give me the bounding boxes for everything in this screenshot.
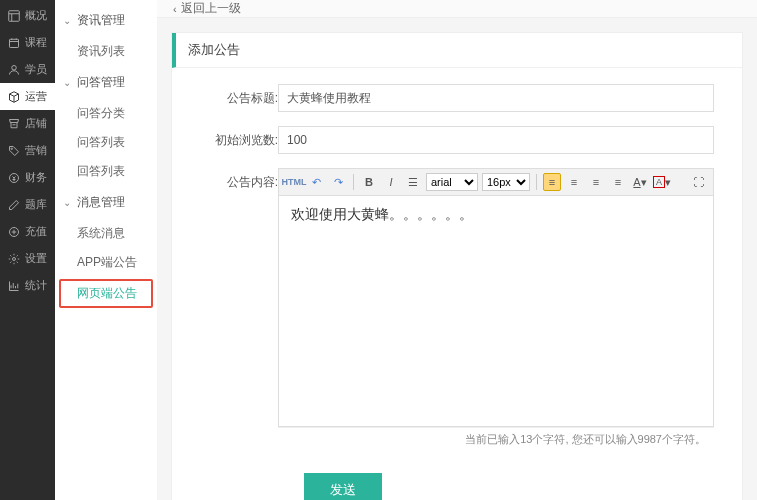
cube-icon bbox=[7, 90, 20, 103]
editor-toolbar: HTML ↶ ↷ B I ☰ arial bbox=[279, 169, 713, 196]
topbar: ‹ 返回上一级 bbox=[157, 0, 757, 18]
chart-icon bbox=[7, 279, 20, 292]
views-input[interactable] bbox=[278, 126, 714, 154]
nav-question-bank[interactable]: 题库 bbox=[0, 191, 55, 218]
nav-label: 充值 bbox=[25, 224, 47, 239]
nav-group-qa[interactable]: ⌄ 问答管理 bbox=[55, 66, 157, 99]
title-input[interactable] bbox=[278, 84, 714, 112]
nav-label: 运营 bbox=[25, 89, 47, 104]
nav-group-label: 问答管理 bbox=[77, 74, 125, 91]
svg-point-3 bbox=[11, 148, 13, 150]
font-color-button[interactable]: A▾ bbox=[631, 173, 649, 191]
editor-content[interactable]: 欢迎使用大黄蜂。。。。。。 bbox=[279, 196, 713, 426]
main-nav: 概况 课程 学员 运营 店铺 营销 财务 题库 bbox=[0, 0, 55, 500]
align-right-button[interactable]: ≡ bbox=[587, 173, 605, 191]
nav-label: 统计 bbox=[25, 278, 47, 293]
nav-group-msg[interactable]: ⌄ 消息管理 bbox=[55, 186, 157, 219]
align-left-button[interactable]: ≡ bbox=[543, 173, 561, 191]
panel-title: 添加公告 bbox=[172, 33, 742, 68]
pencil-icon bbox=[7, 198, 20, 211]
calendar-icon bbox=[7, 36, 20, 49]
font-size-select[interactable]: 16px bbox=[482, 173, 530, 191]
nav-group-label: 资讯管理 bbox=[77, 12, 125, 29]
nav-course[interactable]: 课程 bbox=[0, 29, 55, 56]
nav-sub-qa-list[interactable]: 问答列表 bbox=[55, 128, 157, 157]
html-source-button[interactable]: HTML bbox=[285, 173, 303, 191]
align-center-button[interactable]: ≡ bbox=[565, 173, 583, 191]
nav-operations[interactable]: 运营 bbox=[0, 83, 55, 110]
svg-point-6 bbox=[12, 257, 15, 260]
rich-editor: HTML ↶ ↷ B I ☰ arial bbox=[278, 168, 714, 427]
back-link[interactable]: 返回上一级 bbox=[181, 0, 241, 17]
back-arrow-icon[interactable]: ‹ bbox=[173, 3, 177, 15]
dashboard-icon bbox=[7, 9, 20, 22]
svg-rect-1 bbox=[9, 39, 18, 47]
user-icon bbox=[7, 63, 20, 76]
gear-icon bbox=[7, 252, 20, 265]
nav-label: 概况 bbox=[25, 8, 47, 23]
nav-label: 课程 bbox=[25, 35, 47, 50]
sub-nav: ⌄ 资讯管理 资讯列表 ⌄ 问答管理 问答分类 问答列表 回答列表 ⌄ 消息管理… bbox=[55, 0, 157, 500]
font-family-select[interactable]: arial bbox=[426, 173, 478, 191]
nav-group-label: 消息管理 bbox=[77, 194, 125, 211]
nav-sub-news-list[interactable]: 资讯列表 bbox=[55, 37, 157, 66]
nav-sub-qa-category[interactable]: 问答分类 bbox=[55, 99, 157, 128]
nav-sub-app-notice[interactable]: APP端公告 bbox=[55, 248, 157, 277]
nav-stats[interactable]: 统计 bbox=[0, 272, 55, 299]
nav-sub-answer-list[interactable]: 回答列表 bbox=[55, 157, 157, 186]
money-icon bbox=[7, 171, 20, 184]
shop-icon bbox=[7, 117, 20, 130]
nav-label: 营销 bbox=[25, 143, 47, 158]
chevron-down-icon: ⌄ bbox=[63, 15, 73, 26]
nav-label: 店铺 bbox=[25, 116, 47, 131]
nav-sub-web-notice[interactable]: 网页端公告 bbox=[59, 279, 153, 308]
redo-button[interactable]: ↷ bbox=[329, 173, 347, 191]
nav-label: 学员 bbox=[25, 62, 47, 77]
chevron-down-icon: ⌄ bbox=[63, 77, 73, 88]
views-label: 初始浏览数: bbox=[200, 126, 278, 149]
align-justify-button[interactable]: ≡ bbox=[609, 173, 627, 191]
fullscreen-button[interactable]: ⛶ bbox=[689, 173, 707, 191]
bg-color-button[interactable]: A▾ bbox=[653, 173, 671, 191]
svg-point-2 bbox=[11, 65, 16, 70]
nav-label: 设置 bbox=[25, 251, 47, 266]
tag-icon bbox=[7, 144, 20, 157]
title-label: 公告标题: bbox=[200, 84, 278, 107]
nav-label: 财务 bbox=[25, 170, 47, 185]
nav-label: 题库 bbox=[25, 197, 47, 212]
align-button[interactable]: ☰ bbox=[404, 173, 422, 191]
nav-student[interactable]: 学员 bbox=[0, 56, 55, 83]
form-panel: 添加公告 公告标题: 初始浏览数: 公告内容: bbox=[171, 32, 743, 500]
plus-icon bbox=[7, 225, 20, 238]
nav-sub-sys-msg[interactable]: 系统消息 bbox=[55, 219, 157, 248]
send-button[interactable]: 发送 bbox=[304, 473, 382, 500]
nav-shop[interactable]: 店铺 bbox=[0, 110, 55, 137]
nav-marketing[interactable]: 营销 bbox=[0, 137, 55, 164]
nav-settings[interactable]: 设置 bbox=[0, 245, 55, 272]
main-content: ‹ 返回上一级 添加公告 公告标题: 初始浏览数: bbox=[157, 0, 757, 500]
nav-overview[interactable]: 概况 bbox=[0, 2, 55, 29]
svg-rect-0 bbox=[8, 10, 19, 21]
bold-button[interactable]: B bbox=[360, 173, 378, 191]
nav-recharge[interactable]: 充值 bbox=[0, 218, 55, 245]
char-count: 当前已输入13个字符, 您还可以输入9987个字符。 bbox=[278, 427, 714, 451]
undo-button[interactable]: ↶ bbox=[307, 173, 325, 191]
nav-group-news[interactable]: ⌄ 资讯管理 bbox=[55, 4, 157, 37]
italic-button[interactable]: I bbox=[382, 173, 400, 191]
nav-finance[interactable]: 财务 bbox=[0, 164, 55, 191]
content-label: 公告内容: bbox=[200, 168, 278, 191]
chevron-down-icon: ⌄ bbox=[63, 197, 73, 208]
